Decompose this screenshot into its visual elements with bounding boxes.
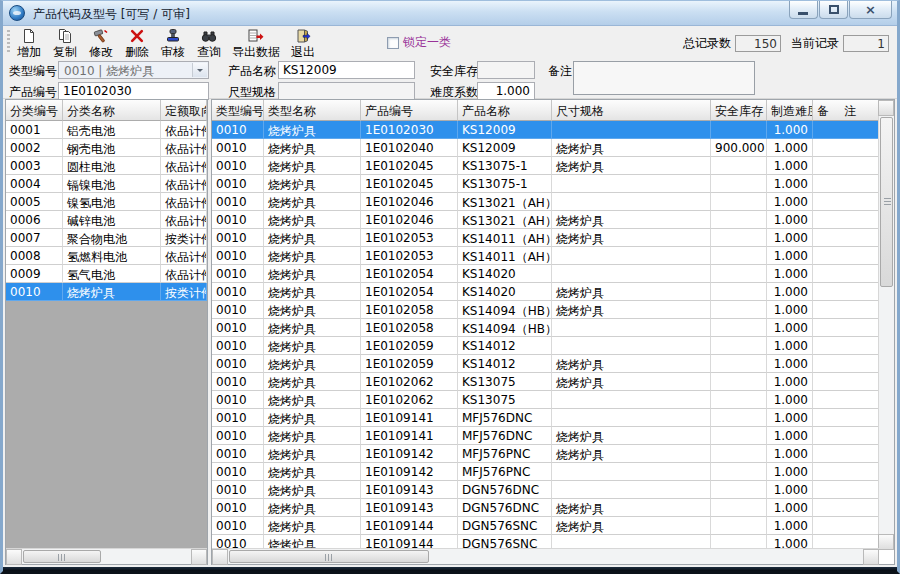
safety-stock-field[interactable] bbox=[477, 61, 535, 79]
column-header[interactable]: 尺寸规格 bbox=[552, 100, 711, 121]
table-row[interactable]: 0008氢燃料电池依品计件 bbox=[6, 247, 207, 265]
table-cell: 0010 bbox=[212, 463, 264, 481]
product-h-scrollbar[interactable] bbox=[212, 548, 879, 564]
table-row[interactable]: 0010烧烤炉具1E0102045KS13075-1烧烤炉具1.000 bbox=[212, 157, 894, 175]
delete-button[interactable]: 删除 bbox=[121, 27, 153, 61]
table-row[interactable]: 0010烧烤炉具1E0109141MFJ576DNC1.000 bbox=[212, 409, 894, 427]
titlebar[interactable]: 产品代码及型号 [可写 / 可审] × bbox=[3, 1, 897, 26]
exit-button[interactable]: 退出 bbox=[287, 27, 319, 61]
table-cell: 0001 bbox=[6, 121, 63, 139]
scrollbar-thumb[interactable] bbox=[229, 550, 429, 563]
table-row[interactable]: 0009氢气电池依品计件 bbox=[6, 265, 207, 283]
table-cell: 烧烤炉具 bbox=[264, 175, 361, 193]
table-cell: 烧烤炉具 bbox=[264, 247, 361, 265]
add-button[interactable]: 增加 bbox=[13, 27, 45, 61]
table-row[interactable]: 0010烧烤炉具1E0109143DGN576DNC1.000 bbox=[212, 481, 894, 499]
table-cell: 烧烤炉具 bbox=[552, 499, 711, 517]
column-header[interactable]: 产品名称 bbox=[458, 100, 552, 121]
minimize-button[interactable] bbox=[789, 1, 818, 19]
maximize-button[interactable] bbox=[819, 1, 848, 19]
column-header[interactable]: 制造难度 bbox=[767, 100, 813, 121]
table-row[interactable]: 0002钢壳电池依品计件 bbox=[6, 139, 207, 157]
table-row[interactable]: 0010烧烤炉具1E0109141MFJ576DNC烧烤炉具1.000 bbox=[212, 427, 894, 445]
table-cell: 碱锌电池 bbox=[63, 211, 161, 229]
table-row[interactable]: 0005镍氢电池依品计件 bbox=[6, 193, 207, 211]
table-row[interactable]: 0010烧烤炉具1E0102046KS13021（AH）1.000 bbox=[212, 193, 894, 211]
table-cell: 0010 bbox=[212, 265, 264, 283]
lock-category-checkbox[interactable]: 锁定一类 bbox=[387, 34, 451, 51]
column-header[interactable]: 类型编号 bbox=[212, 100, 264, 121]
table-row[interactable]: 0010烧烤炉具1E0102053KS14011（AH）烧烤炉具1.000 bbox=[212, 229, 894, 247]
category-h-scrollbar[interactable] bbox=[6, 548, 207, 564]
product-no-field[interactable] bbox=[58, 82, 209, 100]
product-name-field[interactable] bbox=[278, 61, 415, 79]
table-row[interactable]: 0007聚合物电池按类计件 bbox=[6, 229, 207, 247]
table-row[interactable]: 0010烧烤炉具1E0109143DGN576DNC烧烤炉具1.000 bbox=[212, 499, 894, 517]
table-cell: 烧烤炉具 bbox=[264, 265, 361, 283]
query-button[interactable]: 查询 bbox=[193, 27, 225, 61]
table-cell: 镉镍电池 bbox=[63, 175, 161, 193]
column-header[interactable]: 类型名称 bbox=[264, 100, 361, 121]
size-spec-field[interactable] bbox=[278, 82, 415, 100]
table-row[interactable]: 0010烧烤炉具1E0102058KS14094（HB）1.000 bbox=[212, 319, 894, 337]
table-cell: KS13021（AH） bbox=[458, 211, 552, 229]
table-row[interactable]: 0010烧烤炉具1E0102062KS130751.000 bbox=[212, 391, 894, 409]
table-row[interactable]: 0010烧烤炉具1E0102059KS14012烧烤炉具1.000 bbox=[212, 355, 894, 373]
table-row[interactable]: 0006碱锌电池依品计件 bbox=[6, 211, 207, 229]
table-cell: DGN576DNC bbox=[458, 499, 552, 517]
table-row[interactable]: 0010烧烤炉具1E0102054KS14020烧烤炉具1.000 bbox=[212, 283, 894, 301]
table-row[interactable]: 0010烧烤炉具1E0109142MFJ576PNC1.000 bbox=[212, 463, 894, 481]
table-cell: 0010 bbox=[212, 445, 264, 463]
scroll-left-icon bbox=[10, 554, 16, 560]
remark-field[interactable] bbox=[573, 61, 755, 95]
close-button[interactable]: × bbox=[849, 1, 892, 19]
difficulty-field[interactable] bbox=[477, 82, 535, 100]
column-header[interactable]: 产品编号 bbox=[361, 100, 458, 121]
export-button[interactable]: 导出数据 bbox=[229, 27, 283, 61]
column-header[interactable]: 分类编号 bbox=[6, 100, 63, 121]
column-header[interactable]: 备 注 bbox=[813, 100, 879, 121]
column-header[interactable]: 定额取向 bbox=[161, 100, 207, 121]
table-row[interactable]: 0010烧烤炉具1E0102053KS14011（AH）1.000 bbox=[212, 247, 894, 265]
table-cell: 1E0102053 bbox=[361, 247, 458, 265]
table-row[interactable]: 0010烧烤炉具1E0109144DGN576SNC烧烤炉具1.000 bbox=[212, 517, 894, 535]
table-cell bbox=[711, 499, 767, 517]
table-cell bbox=[813, 355, 879, 373]
scrollbar-thumb[interactable] bbox=[880, 117, 893, 287]
table-row[interactable]: 0010烧烤炉具1E0102045KS13075-11.000 bbox=[212, 175, 894, 193]
modify-button[interactable]: 修改 bbox=[85, 27, 117, 61]
table-cell: 烧烤炉具 bbox=[264, 355, 361, 373]
category-table-header: 分类编号分类名称定额取向 bbox=[6, 100, 207, 121]
table-cell: 0010 bbox=[212, 409, 264, 427]
table-row[interactable]: 0001铝壳电池依品计件 bbox=[6, 121, 207, 139]
table-row[interactable]: 0010烧烤炉具1E0102030KS120091.000 bbox=[212, 121, 894, 139]
table-cell bbox=[711, 121, 767, 139]
table-row[interactable]: 0010烧烤炉具1E0102059KS140121.000 bbox=[212, 337, 894, 355]
table-cell: 1.000 bbox=[767, 157, 813, 175]
toolbar-grip[interactable] bbox=[7, 30, 10, 53]
table-cell: 依品计件 bbox=[161, 139, 207, 157]
type-no-combobox[interactable]: 0010 | 烧烤炉具 bbox=[58, 61, 209, 79]
table-row[interactable]: 0010烧烤炉具按类计件 bbox=[6, 283, 207, 301]
product-v-scrollbar[interactable] bbox=[878, 100, 894, 550]
scrollbar-thumb[interactable] bbox=[23, 550, 101, 563]
table-cell bbox=[552, 265, 711, 283]
copy-button[interactable]: 复制 bbox=[49, 27, 81, 61]
table-cell bbox=[813, 427, 879, 445]
table-cell: KS13075-1 bbox=[458, 157, 552, 175]
scroll-left-icon bbox=[216, 554, 222, 560]
table-row[interactable]: 0010烧烤炉具1E0102062KS13075烧烤炉具1.000 bbox=[212, 373, 894, 391]
table-row[interactable]: 0003圆柱电池依品计件 bbox=[6, 157, 207, 175]
column-header[interactable]: 安全库存 bbox=[711, 100, 767, 121]
table-row[interactable]: 0010烧烤炉具1E0102054KS140201.000 bbox=[212, 265, 894, 283]
table-cell: KS14094（HB） bbox=[458, 319, 552, 337]
audit-button[interactable]: 审核 bbox=[157, 27, 189, 61]
table-cell bbox=[813, 319, 879, 337]
column-header[interactable]: 分类名称 bbox=[63, 100, 161, 121]
table-row[interactable]: 0010烧烤炉具1E0102058KS14094（HB）烧烤炉具1.000 bbox=[212, 301, 894, 319]
table-row[interactable]: 0010烧烤炉具1E0102040KS12009烧烤炉具900.0001.000 bbox=[212, 139, 894, 157]
table-cell: 1E0102045 bbox=[361, 175, 458, 193]
table-row[interactable]: 0004镉镍电池依品计件 bbox=[6, 175, 207, 193]
table-row[interactable]: 0010烧烤炉具1E0102046KS13021（AH）烧烤炉具1.000 bbox=[212, 211, 894, 229]
table-row[interactable]: 0010烧烤炉具1E0109142MFJ576PNC烧烤炉具1.000 bbox=[212, 445, 894, 463]
